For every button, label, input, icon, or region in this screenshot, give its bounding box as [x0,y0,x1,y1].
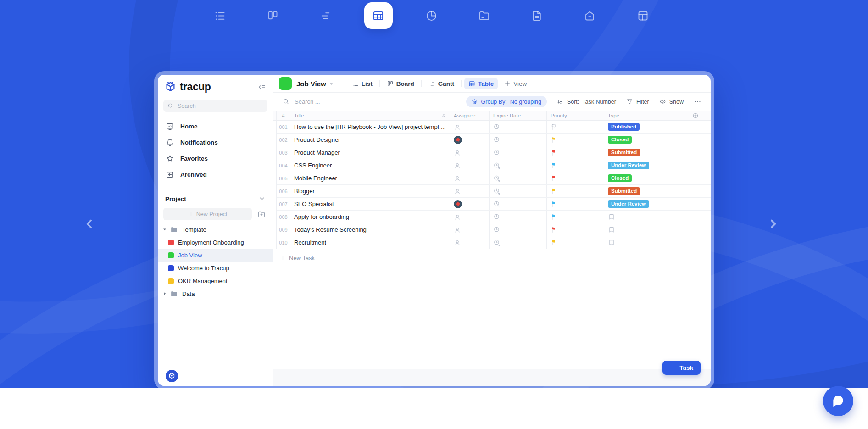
sort-button[interactable]: Sort: Task Number [557,98,616,105]
table-row[interactable]: 006BloggerSubmitted [277,185,711,198]
column-header-expire-date[interactable]: Expire Date [490,111,547,120]
chart-view-icon[interactable] [417,2,445,29]
table-search[interactable] [283,98,466,106]
assignee-cell[interactable] [450,121,490,133]
caret-right-icon[interactable] [161,290,168,297]
column-header-assignee[interactable]: Assignee [450,111,490,120]
assignee-placeholder-icon[interactable] [454,162,461,169]
expire-date-cell[interactable] [490,172,547,184]
expire-date-cell[interactable] [490,159,547,172]
type-cell[interactable] [604,211,684,223]
tab-gantt[interactable]: Gantt [424,78,458,89]
sidebar-collapse-icon[interactable] [257,83,267,92]
priority-cell[interactable] [547,198,604,210]
status-badge[interactable]: Closed [608,174,632,182]
group-by-button[interactable]: Group By: No grouping [466,96,547,107]
add-view-button[interactable]: View [504,80,527,87]
sidebar-project-job-view[interactable]: Job View [158,249,273,262]
type-cell[interactable]: Under Review [604,159,684,172]
type-cell[interactable]: Submitted [604,185,684,197]
assignee-cell[interactable] [450,223,490,236]
sidebar-item-favorites[interactable]: Favorites [158,150,273,167]
type-cell[interactable]: Closed [604,172,684,184]
priority-cell[interactable] [547,134,604,146]
chevron-down-icon[interactable] [328,81,334,87]
type-bookmark-icon[interactable] [608,239,615,246]
status-badge[interactable]: Published [608,123,640,131]
expire-date-cell[interactable] [490,236,547,249]
priority-flag-icon[interactable] [551,239,557,246]
sidebar-project-welcome-to-tracup[interactable]: Welcome to Tracup [158,262,273,274]
expire-date-cell[interactable] [490,185,547,197]
priority-cell[interactable] [547,236,604,249]
table-row[interactable]: 009Today's Resume Screening [277,223,711,236]
task-title-cell[interactable]: Today's Resume Screening [290,223,450,236]
table-view-icon[interactable] [364,2,393,29]
assignee-placeholder-icon[interactable] [454,123,461,131]
carousel-right-button[interactable] [765,215,781,233]
tab-list[interactable]: List [348,78,377,89]
assignee-avatar[interactable] [454,200,462,208]
chat-widget-button[interactable] [823,386,853,416]
task-title-cell[interactable]: Product Manager [290,146,450,159]
priority-flag-icon[interactable] [551,162,557,169]
filter-button[interactable]: Filter [626,98,649,105]
new-task-button[interactable]: New Task [280,255,315,262]
sidebar-project-employment-onboarding[interactable]: Employment Onboarding [158,236,273,249]
table-search-input[interactable] [294,98,406,106]
priority-flag-icon[interactable] [551,213,557,220]
priority-flag-icon[interactable] [551,226,557,233]
priority-cell[interactable] [547,159,604,172]
more-options-button[interactable] [694,98,701,106]
priority-flag-icon[interactable] [551,149,557,156]
type-cell[interactable]: Under Review [604,198,684,210]
expire-date-cell[interactable] [490,146,547,159]
task-title-cell[interactable]: Blogger [290,185,450,197]
home-view-icon[interactable] [576,2,604,29]
status-badge[interactable]: Under Review [608,162,649,169]
priority-flag-icon[interactable] [551,201,557,207]
table-row[interactable]: 010Recruitment [277,236,711,249]
type-cell[interactable]: Submitted [604,146,684,159]
task-title-cell[interactable]: Product Designer [290,134,450,146]
type-cell[interactable]: Published [604,121,684,133]
add-task-button[interactable]: Task [662,361,701,375]
table-row[interactable]: 003Product ManagerSubmitted [277,146,711,159]
priority-cell[interactable] [547,223,604,236]
column-header-num[interactable]: # [277,111,290,120]
table-row[interactable]: 004CSS EngineerUnder Review [277,159,711,172]
type-bookmark-icon[interactable] [608,226,615,234]
column-header-priority[interactable]: Priority [547,111,604,120]
assignee-cell[interactable] [450,172,490,184]
assignee-placeholder-icon[interactable] [454,226,461,234]
add-folder-button[interactable] [256,208,267,220]
assignee-cell[interactable] [450,236,490,249]
add-column-button[interactable] [692,112,699,119]
type-cell[interactable]: Closed [604,134,684,146]
priority-cell[interactable] [547,172,604,184]
table-row[interactable]: 005Mobile EngineerClosed [277,172,711,185]
priority-cell[interactable] [547,146,604,159]
status-badge[interactable]: Submitted [608,187,640,195]
priority-flag-icon[interactable] [551,188,557,195]
priority-flag-icon[interactable] [551,136,557,143]
task-title-cell[interactable]: Mobile Engineer [290,172,450,184]
table-row[interactable]: 007SEO SpecialistUnder Review [277,198,711,211]
assignee-placeholder-icon[interactable] [454,175,461,182]
expire-date-cell[interactable] [490,121,547,133]
gantt-view-icon[interactable] [312,2,340,29]
tree-folder-data[interactable]: Data [158,287,273,300]
tracup-badge-button[interactable] [166,370,178,382]
task-title-cell[interactable]: CSS Engineer [290,159,450,172]
doc-view-icon[interactable] [523,2,551,29]
priority-cell[interactable] [547,121,604,133]
assignee-placeholder-icon[interactable] [454,213,461,221]
priority-cell[interactable] [547,185,604,197]
expire-date-cell[interactable] [490,134,547,146]
carousel-left-button[interactable] [82,215,97,233]
assignee-cell[interactable] [450,146,490,159]
layout-view-icon[interactable] [629,2,657,29]
assignee-placeholder-icon[interactable] [454,188,461,195]
table-row[interactable]: 002Product DesignerClosed [277,134,711,146]
assignee-placeholder-icon[interactable] [454,149,461,156]
